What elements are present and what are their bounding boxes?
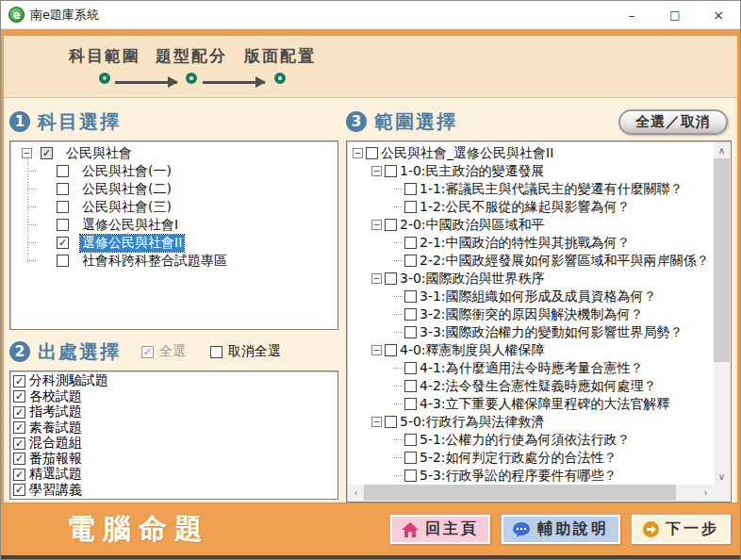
- checkbox-icon[interactable]: [404, 380, 417, 392]
- tree-node-label[interactable]: 社會科跨科整合試題專區: [82, 253, 227, 270]
- list-item-label[interactable]: 精選試題: [29, 466, 82, 483]
- list-item[interactable]: ✓ 番茄報報: [13, 452, 338, 468]
- list-item[interactable]: ✓ 精選試題: [13, 467, 338, 483]
- tree-row[interactable]: 社會科跨科整合試題專區: [10, 252, 338, 270]
- tree-row[interactable]: − 3-0:國際政治與世界秩序: [350, 270, 714, 288]
- scroll-up-icon[interactable]: ∧: [714, 142, 730, 158]
- tree-row[interactable]: − ✓ 公民與社會: [10, 144, 338, 162]
- list-item-label[interactable]: 素養試題: [29, 420, 82, 436]
- tree-node-label[interactable]: 1-2:公民不服從的緣起與影響為何？: [420, 199, 631, 216]
- tree-node-label[interactable]: 1-0:民主政治的變遷發展: [400, 163, 545, 180]
- scroll-left-icon[interactable]: ‹: [348, 485, 364, 501]
- tree-node-label[interactable]: 2-1:中國政治的特性與其挑戰為何？: [420, 235, 631, 252]
- checkbox-icon[interactable]: [210, 346, 222, 358]
- tree-node-label[interactable]: 1-1:審議民主與代議民主的變遷有什麼關聯？: [420, 181, 683, 198]
- tree-node-label[interactable]: 5-1:公權力的行使為何須依法行政？: [420, 432, 631, 449]
- tree-row[interactable]: 公民與社會(二): [10, 180, 338, 198]
- tree-row[interactable]: 5-3:行政爭訟的程序要件有哪些？: [350, 467, 714, 485]
- deselect-all-checkbox[interactable]: 取消全選: [210, 343, 281, 360]
- checkbox-checked-icon[interactable]: ✓: [13, 406, 25, 419]
- checkbox-icon[interactable]: [57, 183, 69, 195]
- collapse-icon[interactable]: −: [371, 273, 382, 284]
- tree-row[interactable]: 4-2:法令發生合憲性疑義時應如何處理？: [350, 377, 714, 395]
- checkbox-checked-icon[interactable]: ✓: [13, 390, 25, 403]
- checkbox-checked-icon[interactable]: ✓: [41, 147, 53, 159]
- horizontal-scroll-thumb[interactable]: [364, 485, 676, 501]
- checkbox-checked-icon[interactable]: ✓: [13, 437, 25, 450]
- list-item[interactable]: ✓ 混合題組: [13, 436, 338, 452]
- collapse-icon[interactable]: −: [371, 220, 382, 230]
- checkbox-icon[interactable]: [404, 183, 417, 195]
- tree-row[interactable]: − 公民與社會_選修公民與社會II: [350, 144, 714, 162]
- select-all-checkbox[interactable]: ✓ 全選: [141, 343, 186, 360]
- tree-row[interactable]: 1-1:審議民主與代議民主的變遷有什麼關聯？: [350, 180, 714, 198]
- checkbox-icon[interactable]: [404, 326, 417, 338]
- tree-row[interactable]: 公民與社會(一): [10, 162, 338, 180]
- next-step-button[interactable]: 下一步: [632, 515, 731, 544]
- tree-node-label[interactable]: 公民與社會_選修公民與社會II: [381, 145, 553, 162]
- scroll-right-icon[interactable]: ›: [698, 485, 714, 501]
- tree-node-label[interactable]: 公民與社會(一): [82, 163, 172, 180]
- tree-row[interactable]: 5-2:如何判定行政處分的合法性？: [350, 449, 714, 467]
- tree-node-label[interactable]: 3-1:國際組織如何形成及成員資格為何？: [420, 288, 657, 305]
- checkbox-checked-icon[interactable]: ✓: [13, 453, 25, 465]
- checkbox-icon[interactable]: [385, 219, 397, 231]
- tree-row[interactable]: 1-2:公民不服從的緣起與影響為何？: [350, 198, 714, 216]
- checkbox-icon[interactable]: [57, 219, 69, 231]
- checkbox-icon[interactable]: [404, 290, 417, 303]
- checkbox-checked-icon[interactable]: ✓: [13, 469, 25, 481]
- list-item[interactable]: ✓ 學習講義: [13, 483, 338, 499]
- tree-node-label[interactable]: 3-2:國際衝突的原因與解決機制為何？: [420, 306, 644, 323]
- checkbox-icon[interactable]: [385, 165, 397, 177]
- maximize-button[interactable]: □: [653, 1, 697, 29]
- checkbox-icon[interactable]: [404, 201, 417, 213]
- vertical-scrollbar[interactable]: ∧ ∨: [714, 142, 730, 485]
- tree-node-label-selected[interactable]: 選修公民與社會II: [80, 235, 184, 252]
- checkbox-icon[interactable]: [404, 434, 417, 446]
- tree-node-label[interactable]: 選修公民與社會I: [82, 217, 178, 234]
- tree-node-label[interactable]: 公民與社會(二): [82, 181, 172, 198]
- checkbox-icon[interactable]: [385, 416, 397, 428]
- checkbox-icon[interactable]: [57, 201, 69, 213]
- checkbox-icon[interactable]: [404, 362, 417, 374]
- list-item-label[interactable]: 學習講義: [29, 482, 82, 499]
- list-item-label[interactable]: 混合題組: [29, 435, 82, 452]
- tree-row[interactable]: − 1-0:民主政治的變遷發展: [350, 162, 714, 180]
- tree-node-label[interactable]: 2-0:中國政治與區域和平: [400, 217, 545, 234]
- list-item[interactable]: ✓ 各校試題: [13, 389, 338, 405]
- checkbox-icon[interactable]: [385, 344, 397, 356]
- checkbox-checked-icon[interactable]: ✓: [57, 237, 69, 249]
- tree-row[interactable]: 5-1:公權力的行使為何須依法行政？: [350, 431, 714, 449]
- checkbox-icon[interactable]: [404, 398, 417, 410]
- tree-node-label[interactable]: 4-3:立下重要人權保障里程碑的大法官解釋: [420, 396, 670, 413]
- horizontal-scrollbar[interactable]: ‹ ›: [348, 485, 714, 501]
- list-item-label[interactable]: 番茄報報: [29, 451, 82, 468]
- scroll-down-icon[interactable]: ∨: [714, 469, 730, 485]
- checkbox-checked-icon[interactable]: ✓: [13, 484, 25, 496]
- home-button[interactable]: 回主頁: [390, 515, 490, 544]
- tree-node-label[interactable]: 4-1:為什麼適用法令時應考量合憲性？: [420, 360, 644, 377]
- list-item[interactable]: ✓ 分科測驗試題: [13, 373, 338, 389]
- collapse-icon[interactable]: −: [353, 148, 363, 158]
- list-item-label[interactable]: 各校試題: [29, 388, 82, 405]
- select-toggle-all-button[interactable]: 全選／取消: [618, 109, 728, 135]
- step-dot-1[interactable]: [99, 73, 110, 84]
- tree-node-label[interactable]: 5-0:行政行為與法律救濟: [400, 414, 545, 431]
- help-button[interactable]: 輔助說明: [502, 515, 620, 544]
- checkbox-icon[interactable]: [404, 308, 417, 321]
- tree-row[interactable]: 3-2:國際衝突的原因與解決機制為何？: [350, 305, 714, 323]
- step-dot-2[interactable]: [186, 73, 197, 84]
- tree-node-label[interactable]: 4-0:釋憲制度與人權保障: [400, 342, 545, 359]
- tree-row[interactable]: 公民與社會(三): [10, 198, 338, 216]
- checkbox-icon[interactable]: [57, 255, 69, 267]
- list-item-label[interactable]: 分科測驗試題: [29, 372, 108, 389]
- minimize-button[interactable]: –: [610, 1, 653, 29]
- checkbox-checked-icon[interactable]: ✓: [13, 375, 25, 387]
- tree-node-label[interactable]: 5-3:行政爭訟的程序要件有哪些？: [420, 468, 618, 485]
- collapse-icon[interactable]: −: [371, 166, 382, 176]
- tree-row[interactable]: 3-1:國際組織如何形成及成員資格為何？: [350, 288, 714, 305]
- tree-node-label[interactable]: 4-2:法令發生合憲性疑義時應如何處理？: [420, 378, 657, 395]
- collapse-icon[interactable]: −: [371, 417, 382, 427]
- checkbox-icon[interactable]: [385, 272, 397, 285]
- tree-row[interactable]: − 4-0:釋憲制度與人權保障: [350, 341, 714, 359]
